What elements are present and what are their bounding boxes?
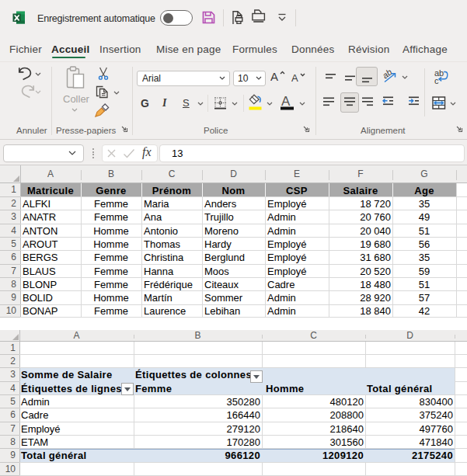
svg-text:A: A: [281, 94, 291, 109]
svg-text:ab: ab: [382, 68, 394, 80]
svg-text:c: c: [434, 76, 439, 85]
svg-text:A: A: [270, 70, 278, 82]
svg-text:A: A: [291, 72, 298, 83]
